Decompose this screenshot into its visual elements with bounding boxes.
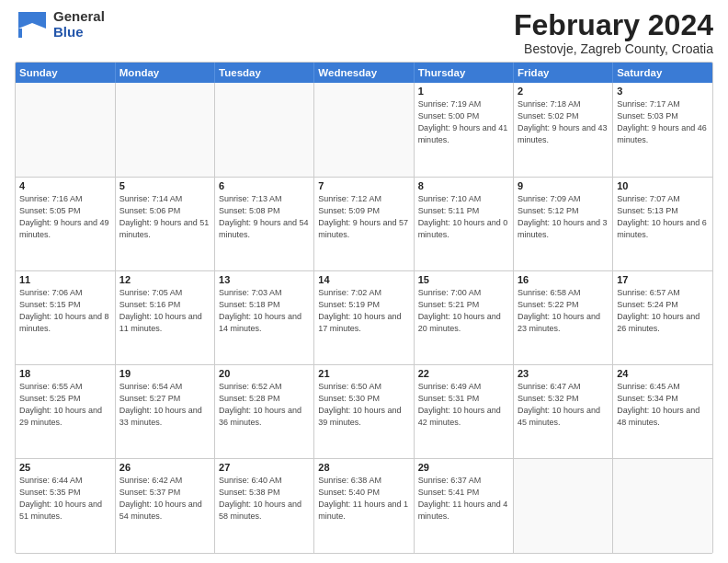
day-number: 14 [318, 274, 409, 285]
day-info: Sunrise: 7:18 AM Sunset: 5:02 PM Dayligh… [518, 98, 609, 146]
day-number: 12 [119, 274, 210, 285]
col-sunday: Sunday [16, 63, 115, 83]
day-number: 18 [19, 368, 111, 379]
day-cell: 27Sunrise: 6:40 AM Sunset: 5:38 PM Dayli… [215, 459, 314, 553]
day-number: 19 [119, 368, 210, 379]
week-row-3: 18Sunrise: 6:55 AM Sunset: 5:25 PM Dayli… [16, 365, 712, 459]
day-cell: 15Sunrise: 7:00 AM Sunset: 5:21 PM Dayli… [414, 271, 513, 365]
col-monday: Monday [115, 63, 214, 83]
title-block: February 2024 Bestovje, Zagreb County, C… [514, 9, 713, 56]
day-info: Sunrise: 7:06 AM Sunset: 5:15 PM Dayligh… [19, 287, 111, 335]
day-number: 20 [219, 368, 310, 379]
calendar-title: February 2024 [514, 9, 713, 41]
day-number: 27 [219, 462, 310, 473]
logo-blue: Blue [53, 25, 105, 40]
day-cell: 23Sunrise: 6:47 AM Sunset: 5:32 PM Dayli… [513, 365, 612, 459]
svg-rect-1 [18, 29, 22, 38]
day-number: 1 [418, 86, 509, 97]
day-info: Sunrise: 7:12 AM Sunset: 5:09 PM Dayligh… [318, 193, 409, 241]
day-info: Sunrise: 7:07 AM Sunset: 5:13 PM Dayligh… [617, 193, 709, 241]
day-info: Sunrise: 6:38 AM Sunset: 5:40 PM Dayligh… [318, 475, 409, 523]
day-number: 26 [119, 462, 210, 473]
day-cell: 17Sunrise: 6:57 AM Sunset: 5:24 PM Dayli… [613, 271, 712, 365]
day-cell: 6Sunrise: 7:13 AM Sunset: 5:08 PM Daylig… [215, 177, 314, 270]
day-number: 2 [518, 86, 609, 97]
day-number: 5 [119, 180, 210, 191]
col-friday: Friday [513, 63, 612, 83]
day-cell: 14Sunrise: 7:02 AM Sunset: 5:19 PM Dayli… [314, 271, 414, 365]
day-number: 25 [19, 462, 111, 473]
day-number: 24 [617, 368, 709, 379]
day-cell: 16Sunrise: 6:58 AM Sunset: 5:22 PM Dayli… [513, 271, 612, 365]
day-cell: 3Sunrise: 7:17 AM Sunset: 5:03 PM Daylig… [613, 83, 712, 177]
day-cell: 26Sunrise: 6:42 AM Sunset: 5:37 PM Dayli… [115, 459, 214, 553]
logo-icon [15, 10, 50, 40]
day-number: 7 [318, 180, 409, 191]
day-cell: 5Sunrise: 7:14 AM Sunset: 5:06 PM Daylig… [115, 177, 214, 270]
logo-general: General [53, 9, 105, 25]
week-row-4: 25Sunrise: 6:44 AM Sunset: 5:35 PM Dayli… [16, 459, 712, 553]
day-info: Sunrise: 6:50 AM Sunset: 5:30 PM Dayligh… [318, 381, 409, 429]
day-info: Sunrise: 7:14 AM Sunset: 5:06 PM Dayligh… [119, 193, 210, 241]
day-cell: 20Sunrise: 6:52 AM Sunset: 5:28 PM Dayli… [215, 365, 314, 459]
day-info: Sunrise: 6:57 AM Sunset: 5:24 PM Dayligh… [617, 287, 709, 335]
day-info: Sunrise: 7:17 AM Sunset: 5:03 PM Dayligh… [617, 98, 709, 146]
day-cell: 21Sunrise: 6:50 AM Sunset: 5:30 PM Dayli… [314, 365, 414, 459]
day-info: Sunrise: 7:13 AM Sunset: 5:08 PM Dayligh… [219, 193, 310, 241]
header: General Blue February 2024 Bestovje, Zag… [15, 9, 713, 56]
day-info: Sunrise: 7:00 AM Sunset: 5:21 PM Dayligh… [418, 287, 509, 335]
day-number: 8 [418, 180, 509, 191]
day-number: 21 [318, 368, 409, 379]
day-number: 29 [418, 462, 509, 473]
day-info: Sunrise: 7:19 AM Sunset: 5:00 PM Dayligh… [418, 98, 509, 146]
day-info: Sunrise: 6:37 AM Sunset: 5:41 PM Dayligh… [418, 475, 509, 523]
calendar: Sunday Monday Tuesday Wednesday Thursday… [15, 62, 713, 554]
day-number: 23 [518, 368, 609, 379]
calendar-subtitle: Bestovje, Zagreb County, Croatia [514, 41, 713, 56]
day-info: Sunrise: 6:55 AM Sunset: 5:25 PM Dayligh… [19, 381, 111, 429]
day-info: Sunrise: 6:49 AM Sunset: 5:31 PM Dayligh… [418, 381, 509, 429]
day-cell [16, 83, 115, 177]
col-tuesday: Tuesday [215, 63, 314, 83]
week-row-1: 4Sunrise: 7:16 AM Sunset: 5:05 PM Daylig… [16, 177, 712, 270]
day-info: Sunrise: 6:52 AM Sunset: 5:28 PM Dayligh… [219, 381, 310, 429]
day-cell: 28Sunrise: 6:38 AM Sunset: 5:40 PM Dayli… [314, 459, 414, 553]
day-cell: 9Sunrise: 7:09 AM Sunset: 5:12 PM Daylig… [513, 177, 612, 270]
day-cell: 1Sunrise: 7:19 AM Sunset: 5:00 PM Daylig… [414, 83, 513, 177]
svg-marker-0 [18, 12, 46, 29]
day-cell [314, 83, 414, 177]
week-row-2: 11Sunrise: 7:06 AM Sunset: 5:15 PM Dayli… [16, 271, 712, 365]
day-number: 28 [318, 462, 409, 473]
page: General Blue February 2024 Bestovje, Zag… [0, 0, 728, 563]
day-info: Sunrise: 7:02 AM Sunset: 5:19 PM Dayligh… [318, 287, 409, 335]
day-number: 4 [19, 180, 111, 191]
day-cell: 18Sunrise: 6:55 AM Sunset: 5:25 PM Dayli… [16, 365, 115, 459]
day-cell: 10Sunrise: 7:07 AM Sunset: 5:13 PM Dayli… [613, 177, 712, 270]
day-info: Sunrise: 6:47 AM Sunset: 5:32 PM Dayligh… [518, 381, 609, 429]
day-number: 11 [19, 274, 111, 285]
day-cell: 24Sunrise: 6:45 AM Sunset: 5:34 PM Dayli… [613, 365, 712, 459]
calendar-table: Sunday Monday Tuesday Wednesday Thursday… [16, 63, 712, 553]
day-cell: 4Sunrise: 7:16 AM Sunset: 5:05 PM Daylig… [16, 177, 115, 270]
day-number: 16 [518, 274, 609, 285]
day-cell [115, 83, 214, 177]
day-cell: 11Sunrise: 7:06 AM Sunset: 5:15 PM Dayli… [16, 271, 115, 365]
day-cell: 2Sunrise: 7:18 AM Sunset: 5:02 PM Daylig… [513, 83, 612, 177]
day-number: 9 [518, 180, 609, 191]
day-cell: 29Sunrise: 6:37 AM Sunset: 5:41 PM Dayli… [414, 459, 513, 553]
day-info: Sunrise: 7:09 AM Sunset: 5:12 PM Dayligh… [518, 193, 609, 241]
day-number: 6 [219, 180, 310, 191]
logo-text: General Blue [53, 9, 105, 40]
day-number: 15 [418, 274, 509, 285]
day-cell [513, 459, 612, 553]
day-cell [613, 459, 712, 553]
day-info: Sunrise: 6:54 AM Sunset: 5:27 PM Dayligh… [119, 381, 210, 429]
day-info: Sunrise: 7:16 AM Sunset: 5:05 PM Dayligh… [19, 193, 111, 241]
col-thursday: Thursday [414, 63, 513, 83]
day-number: 17 [617, 274, 709, 285]
day-cell: 8Sunrise: 7:10 AM Sunset: 5:11 PM Daylig… [414, 177, 513, 270]
day-info: Sunrise: 6:42 AM Sunset: 5:37 PM Dayligh… [119, 475, 210, 523]
day-info: Sunrise: 7:03 AM Sunset: 5:18 PM Dayligh… [219, 287, 310, 335]
day-cell: 19Sunrise: 6:54 AM Sunset: 5:27 PM Dayli… [115, 365, 214, 459]
day-cell: 7Sunrise: 7:12 AM Sunset: 5:09 PM Daylig… [314, 177, 414, 270]
